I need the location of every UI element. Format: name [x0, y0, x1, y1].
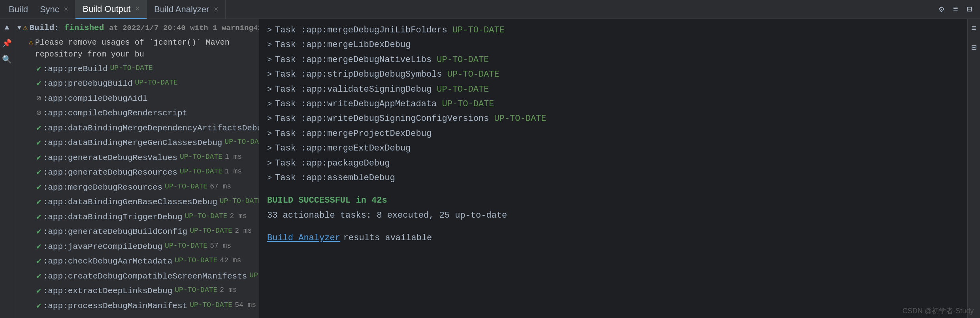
build-state: finished — [64, 23, 104, 32]
task-name-generateDebugResources: :app:generateDebugResources — [43, 166, 177, 179]
pin-icon[interactable]: 📌 — [2, 38, 12, 48]
time-mergeDebugResources: 67 ms — [210, 181, 231, 192]
time-checkDebugAar: 42 ms — [220, 255, 241, 266]
tag-generateDebugResources: UP-TO-DATE — [180, 166, 222, 177]
console-line-2: > Task :app:mergeLibDexDebug — [267, 38, 959, 52]
arrow-up-icon[interactable]: ▲ — [4, 23, 9, 32]
build-analyzer-link[interactable]: Build Analyzer — [267, 231, 340, 245]
console-line-1: > Task :app:mergeDebugJniLibFolders UP-T… — [267, 23, 959, 38]
success-icon-dataBindingTrigger: ✔ — [36, 211, 41, 224]
task-mergeDebugResources[interactable]: ✔ :app:mergeDebugResources UP-TO-DATE 67… — [14, 180, 259, 195]
tag-preBuild: UP-TO-DATE — [110, 63, 153, 73]
build-tree-panel[interactable]: ▼ ⚠ Build: finished at 2022/1/7 20:40 wi… — [14, 19, 259, 318]
tab-sync[interactable]: Sync × — [33, 0, 75, 19]
console-link-line: Build Analyzer results available — [267, 231, 959, 245]
time-extractDeepLinks: 2 ms — [220, 285, 237, 295]
task-dataBindingGenBaseClassesDebug[interactable]: ✔ :app:dataBindingGenBaseClassesDebug UP… — [14, 195, 259, 210]
task-compileDebugRenderscript[interactable]: ⊘ :app:compileDebugRenderscript — [14, 106, 259, 121]
root-chevron: ▼ — [17, 23, 21, 33]
task-extractDeepLinksDebug[interactable]: ✔ :app:extractDeepLinksDebug UP-TO-DATE … — [14, 284, 259, 299]
tab-build-analyzer-label: Build Analyzer — [154, 4, 209, 15]
success-icon-preBuild: ✔ — [36, 63, 41, 75]
task-generateDebugResources[interactable]: ✔ :app:generateDebugResources UP-TO-DATE… — [14, 165, 259, 180]
task-name-createDebugCompatible: :app:createDebugCompatibleScreenManifest… — [43, 270, 247, 283]
tab-build-analyzer-close[interactable]: × — [214, 5, 218, 13]
task-createDebugCompatibleScreenManifests[interactable]: ✔ :app:createDebugCompatibleScreenManife… — [14, 269, 259, 284]
tag-dataBindingGenBase: UP-TO-DATE — [220, 196, 259, 207]
task-name-javaPreCompile: :app:javaPreCompileDebug — [43, 241, 162, 253]
right-lines-icon[interactable]: ≡ — [970, 22, 978, 35]
skip-icon-compileDebugAidl: ⊘ — [36, 92, 41, 105]
arrow-2: > — [267, 38, 272, 52]
tab-build-output-close[interactable]: × — [135, 5, 139, 13]
task-compileDebugAidl[interactable]: ⊘ :app:compileDebugAidl — [14, 91, 259, 106]
task-text-8: Task :app:mergeProjectDexDebug — [275, 126, 432, 141]
skip-icon-compileDebugRenderscript: ⊘ — [36, 107, 41, 120]
success-icon-processDebugMainManifest: ✔ — [36, 300, 41, 312]
task-name-processDebugMainManifest: :app:processDebugMainManifest — [43, 300, 187, 312]
tag-dataBindingMergeGen: UP-TO-DATE — [224, 137, 259, 147]
tab-build-analyzer[interactable]: Build Analyzer × — [147, 0, 226, 19]
task-preBuild[interactable]: ✔ :app:preBuild UP-TO-DATE — [14, 62, 259, 77]
build-root-item[interactable]: ▼ ⚠ Build: finished at 2022/1/7 20:40 wi… — [14, 21, 259, 36]
success-icon-generateDebugResValues: ✔ — [36, 152, 41, 164]
build-analyzer-suffix: results available — [343, 231, 432, 245]
time-generateDebugResources: 1 ms — [225, 166, 242, 177]
task-name-preDebugBuild: :app:preDebugBuild — [43, 77, 133, 90]
task-dataBindingTriggerDebug[interactable]: ✔ :app:dataBindingTriggerDebug UP-TO-DAT… — [14, 210, 259, 225]
filter-icon[interactable]: ⊟ — [965, 2, 974, 16]
task-dataBindingMergeDependencyArtifactsDebug[interactable]: ✔ :app:dataBindingMergeDependencyArtifac… — [14, 121, 259, 136]
task-text-9: Task :app:mergeExtDexDebug — [275, 141, 411, 156]
task-name-generateDebugBuildConfig: :app:generateDebugBuildConfig — [43, 226, 187, 238]
task-name-dataBindingMerge: :app:dataBindingMergeDependencyArtifacts… — [43, 122, 259, 135]
task-text-5: Task :app:validateSigningDebug UP-TO-DAT… — [275, 82, 489, 97]
warning-msg-icon: ⚠ — [28, 37, 34, 49]
watermark: CSDN @初学者-Study — [903, 306, 974, 316]
spacer-2 — [267, 223, 959, 231]
inspect-icon[interactable]: 🔍 — [2, 55, 12, 64]
task-text-4: Task :app:stripDebugDebugSymbols UP-TO-D… — [275, 67, 499, 82]
task-name-mergeDebugResources: :app:mergeDebugResources — [43, 181, 162, 194]
task-text-6: Task :app:writeDebugAppMetadata UP-TO-DA… — [275, 97, 494, 111]
build-root-label: Build: finished at 2022/1/7 20:40 with 1… — [29, 22, 253, 34]
task-name-dataBindingGenBase: :app:dataBindingGenBaseClassesDebug — [43, 196, 217, 209]
arrow-8: > — [267, 127, 272, 141]
time-processDebugMainManifest: 54 ms — [235, 300, 256, 310]
tag-mergeDebugResources: UP-TO-DATE — [165, 181, 207, 192]
tab-sync-close[interactable]: × — [64, 5, 68, 13]
left-sidebar: ▲ 📌 🔍 — [0, 19, 14, 318]
task-text-10: Task :app:packageDebug — [275, 156, 390, 171]
build-time: 42 s 753 ms — [253, 23, 259, 34]
warning-icon: ⚠ — [23, 22, 28, 34]
task-generateDebugBuildConfig[interactable]: ✔ :app:generateDebugBuildConfig UP-TO-DA… — [14, 224, 259, 239]
task-javaPreCompileDebug[interactable]: ✔ :app:javaPreCompileDebug UP-TO-DATE 57… — [14, 239, 259, 254]
success-icon-dataBindingGenBase: ✔ — [36, 196, 41, 209]
task-checkDebugAarMetadata[interactable]: ✔ :app:checkDebugAarMetadata UP-TO-DATE … — [14, 254, 259, 269]
task-dataBindingMergeGenClassesDebug[interactable]: ✔ :app:dataBindingMergeGenClassesDebug U… — [14, 135, 259, 151]
tag-generateDebugResValues: UP-TO-DATE — [180, 152, 222, 162]
tab-build-output[interactable]: Build Output × — [75, 0, 147, 19]
lines-icon[interactable]: ≡ — [952, 3, 960, 16]
build-info-text: 33 actionable tasks: 8 executed, 25 up-t… — [267, 208, 507, 223]
arrow-7: > — [267, 112, 272, 126]
warning-message-item: ⚠ Please remove usages of `jcenter()` Ma… — [14, 36, 259, 62]
task-name-compileDebugAidl: :app:compileDebugAidl — [43, 92, 148, 105]
task-name-dataBindingMergeGen: :app:dataBindingMergeGenClassesDebug — [43, 137, 222, 149]
task-text-7: Task :app:writeDebugSigningConfigVersion… — [275, 111, 547, 126]
tab-bar-actions: ⚙ ≡ ⊟ — [937, 2, 980, 16]
success-icon-preDebugBuild: ✔ — [36, 77, 41, 90]
console-output-panel: > Task :app:mergeDebugJniLibFolders UP-T… — [259, 19, 967, 318]
task-processDebugMainManifest[interactable]: ✔ :app:processDebugMainManifest UP-TO-DA… — [14, 299, 259, 314]
right-filter-icon[interactable]: ⊟ — [970, 41, 978, 55]
build-meta: at 2022/1/7 20:40 with 1 warning — [109, 24, 253, 32]
console-line-3: > Task :app:mergeDebugNativeLibs UP-TO-D… — [267, 53, 959, 67]
console-line-6: > Task :app:writeDebugAppMetadata UP-TO-… — [267, 97, 959, 111]
console-line-7: > Task :app:writeDebugSigningConfigVersi… — [267, 111, 959, 126]
arrow-9: > — [267, 142, 272, 155]
task-preDebugBuild[interactable]: ✔ :app:preDebugBuild UP-TO-DATE — [14, 76, 259, 91]
console-line-10: > Task :app:packageDebug — [267, 156, 959, 171]
settings-icon[interactable]: ⚙ — [937, 2, 946, 16]
tag-createDebugCompatible: UP-TO-DATE — [249, 270, 259, 281]
task-name-checkDebugAar: :app:checkDebugAarMetadata — [43, 255, 173, 268]
task-generateDebugResValues[interactable]: ✔ :app:generateDebugResValues UP-TO-DATE… — [14, 151, 259, 166]
